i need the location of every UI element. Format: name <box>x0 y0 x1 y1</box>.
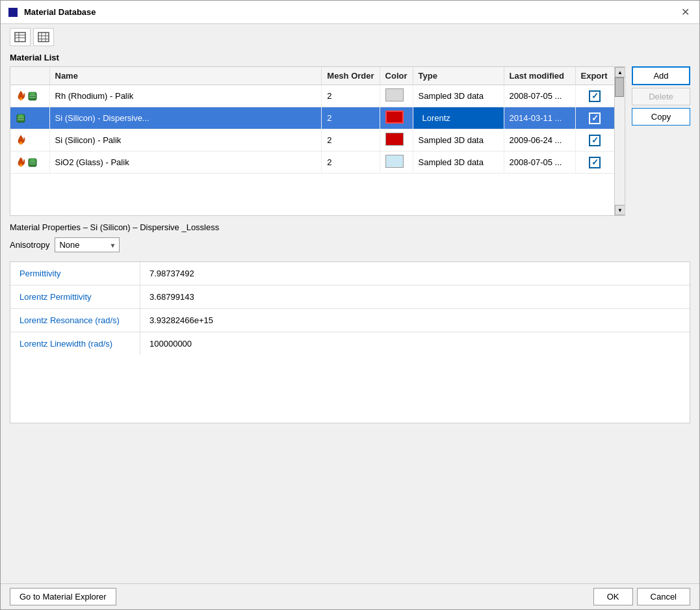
scroll-down-btn[interactable]: ▼ <box>615 205 625 215</box>
add-button[interactable]: Add <box>632 66 690 85</box>
main-window: Material Database ✕ Material List <box>0 0 700 610</box>
database-icon-2 <box>27 157 38 168</box>
anisotropy-select[interactable]: None Diagonal Full <box>55 237 120 252</box>
bottom-bar: Go to Material Explorer OK Cancel <box>1 583 699 609</box>
flame-icon <box>16 90 26 102</box>
export-checkbox[interactable] <box>589 135 601 146</box>
ok-button[interactable]: OK <box>593 588 633 605</box>
row-color <box>380 152 413 174</box>
col-name: Name <box>49 67 322 85</box>
prop-row-lorentz-permittivity: Lorentz Permittivity 3.68799143 <box>10 285 690 309</box>
row-type: Lorentz <box>413 107 504 129</box>
export-checkbox[interactable] <box>589 90 601 102</box>
row-export[interactable] <box>575 152 614 174</box>
row-icons <box>10 129 49 152</box>
row-color <box>380 85 413 107</box>
row-name: Rh (Rhodium) - Palik <box>49 85 322 107</box>
export-checkbox-selected[interactable] <box>589 113 601 124</box>
table-row[interactable]: Rh (Rhodium) - Palik 2 Sampled 3D data 2… <box>10 85 614 107</box>
toolbar <box>1 24 699 50</box>
row-name: Si (Silicon) - Dispersive... <box>49 107 322 129</box>
prop-label-permittivity: Permittivity <box>10 262 140 285</box>
table-row[interactable]: SiO2 (Glass) - Palik 2 Sampled 3D data 2… <box>10 152 614 174</box>
row-type: Sampled 3D data <box>413 85 504 107</box>
material-list-section: Name Mesh Order Color Type Last modified… <box>1 66 699 216</box>
svg-rect-4 <box>38 33 49 42</box>
anisotropy-label: Anisotropy <box>10 240 49 250</box>
prop-label-lorentz-permittivity: Lorentz Permittivity <box>10 285 140 308</box>
row-color <box>380 129 413 152</box>
properties-table-container: Permittivity 7.98737492 Lorentz Permitti… <box>10 261 690 423</box>
col-icons <box>10 67 49 85</box>
row-color <box>380 107 413 129</box>
row-icons <box>10 85 49 107</box>
col-color: Color <box>380 67 413 85</box>
row-icons <box>10 107 49 129</box>
row-export[interactable] <box>575 129 614 152</box>
svg-point-21 <box>29 159 36 161</box>
database-icon <box>27 90 38 102</box>
row-last-modified: 2009-06-24 ... <box>504 129 575 152</box>
prop-label-lorentz-resonance: Lorentz Resonance (rad/s) <box>10 309 140 332</box>
row-mesh-order: 2 <box>322 152 380 174</box>
prop-label-lorentz-linewidth: Lorentz Linewidth (rad/s) <box>10 332 140 355</box>
prop-value-lorentz-linewidth: 100000000 <box>140 332 690 355</box>
database-icon-selected <box>16 113 26 124</box>
cancel-button[interactable]: Cancel <box>637 588 690 605</box>
list-icon <box>14 31 26 43</box>
delete-button[interactable]: Delete <box>632 88 690 105</box>
spacer <box>1 423 699 584</box>
row-export[interactable] <box>575 85 614 107</box>
flame-icon-2 <box>16 135 26 146</box>
row-export[interactable] <box>575 107 614 129</box>
svg-point-18 <box>19 141 22 144</box>
row-mesh-order: 2 <box>322 107 380 129</box>
svg-point-9 <box>19 97 22 100</box>
scroll-thumb[interactable] <box>615 77 624 97</box>
title-bar: Material Database ✕ <box>1 1 699 24</box>
flame-icon-3 <box>16 157 26 168</box>
anisotropy-select-wrapper: None Diagonal Full ▼ <box>55 237 120 252</box>
row-name: SiO2 (Glass) - Palik <box>49 152 322 174</box>
row-type: Sampled 3D data <box>413 152 504 174</box>
svg-point-15 <box>18 114 24 117</box>
toolbar-btn-1[interactable] <box>10 28 31 46</box>
properties-title: Material Properties – Si (Silicon) – Dis… <box>10 222 690 232</box>
col-last-modified: Last modified <box>504 67 575 85</box>
col-export: Export <box>575 67 614 85</box>
col-type: Type <box>413 67 504 85</box>
window-icon <box>7 7 19 18</box>
material-list-label: Material List <box>1 50 699 66</box>
row-last-modified: 2008-07-05 ... <box>504 152 575 174</box>
copy-button[interactable]: Copy <box>632 108 690 126</box>
col-mesh-order: Mesh Order <box>322 67 380 85</box>
svg-point-11 <box>29 92 36 95</box>
prop-value-permittivity: 7.98737492 <box>140 262 690 285</box>
table-row[interactable]: Si (Silicon) - Dispersive... 2 Lorentz 2… <box>10 107 614 129</box>
scroll-track <box>615 77 625 205</box>
table-row[interactable]: Si (Silicon) - Palik 2 Sampled 3D data 2… <box>10 129 614 152</box>
row-name: Si (Silicon) - Palik <box>49 129 322 152</box>
bottom-right-buttons: OK Cancel <box>593 588 690 605</box>
row-icons <box>10 152 49 174</box>
prop-value-lorentz-resonance: 3.93282466e+15 <box>140 309 690 332</box>
export-checkbox[interactable] <box>589 157 601 168</box>
toolbar-btn-2[interactable] <box>33 28 54 46</box>
row-type: Sampled 3D data <box>413 129 504 152</box>
goto-material-explorer-button[interactable]: Go to Material Explorer <box>10 588 116 605</box>
material-table-container: Name Mesh Order Color Type Last modified… <box>10 66 625 216</box>
row-last-modified: 2014-03-11 ... <box>504 107 575 129</box>
scroll-up-btn[interactable]: ▲ <box>615 67 625 77</box>
row-mesh-order: 2 <box>322 129 380 152</box>
window-title: Material Database <box>24 7 96 17</box>
close-button[interactable]: ✕ <box>677 5 693 20</box>
side-buttons: Add Delete Copy <box>632 66 690 216</box>
table-scrollbar[interactable]: ▲ ▼ <box>614 67 625 215</box>
prop-row-permittivity: Permittivity 7.98737492 <box>10 262 690 285</box>
properties-section: Material Properties – Si (Silicon) – Dis… <box>1 216 699 261</box>
prop-value-lorentz-permittivity: 3.68799143 <box>140 285 690 308</box>
svg-point-19 <box>19 163 22 166</box>
svg-rect-0 <box>15 33 25 42</box>
material-table: Name Mesh Order Color Type Last modified… <box>10 67 614 174</box>
table-inner: Name Mesh Order Color Type Last modified… <box>10 67 614 215</box>
